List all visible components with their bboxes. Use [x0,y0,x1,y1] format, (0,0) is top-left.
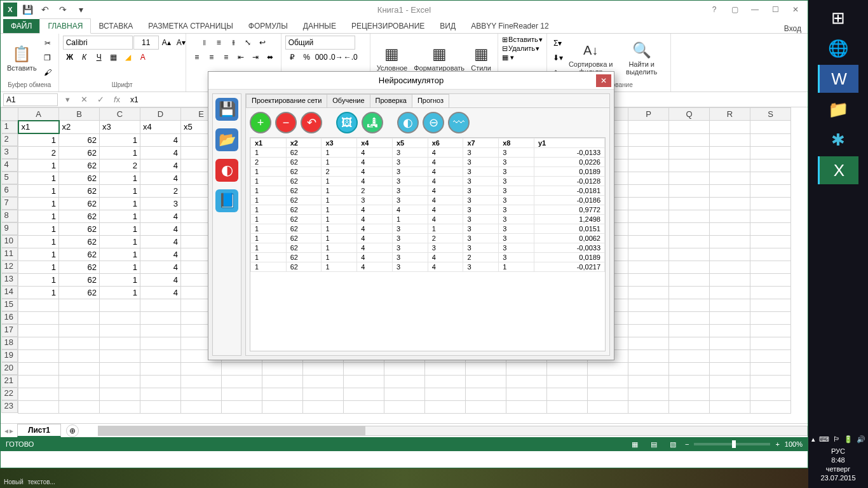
cell[interactable] [588,388,628,400]
orientation-icon[interactable]: ⤡ [241,36,255,50]
forecast-cell[interactable]: 1 [251,196,287,205]
cell[interactable] [710,235,750,248]
cell[interactable] [750,222,791,235]
cell[interactable] [669,286,710,299]
cell[interactable] [181,400,222,413]
qat-redo-icon[interactable]: ↷ [55,2,71,17]
cell[interactable] [59,375,100,388]
forecast-cell[interactable]: 1 [251,148,287,158]
row-header[interactable]: 17 [1,324,18,337]
cell[interactable] [628,172,669,184]
forecast-cell[interactable]: 3 [463,186,499,196]
forecast-cell[interactable]: 0,0226 [534,158,604,167]
forecast-cell[interactable]: 1 [251,224,287,234]
tab-review[interactable]: РЕЦЕНЗИРОВАНИЕ [344,19,432,33]
cell[interactable] [669,337,710,349]
forecast-cell[interactable]: 3 [499,205,534,215]
cell[interactable] [384,388,425,400]
inc-decimal-icon[interactable]: .0→ [329,50,343,64]
row-header[interactable]: 10 [1,235,18,248]
cell[interactable] [628,362,669,375]
maximize-icon[interactable]: ☐ [766,3,785,16]
forecast-cell[interactable]: 62 [286,243,322,253]
cell[interactable] [669,235,710,248]
cell[interactable]: 1 [100,146,140,159]
cell[interactable]: x2 [59,121,100,134]
cell[interactable] [750,197,791,210]
page-break-view-icon[interactable]: ▧ [666,438,680,450]
forecast-cell[interactable]: 62 [286,262,322,272]
remove-row-icon[interactable]: − [275,112,297,133]
forecast-column-header[interactable]: x4 [357,139,393,148]
forecast-cell[interactable]: 3 [499,196,534,205]
column-header[interactable]: R [710,108,750,121]
save-project-icon[interactable]: 💾 [215,98,238,121]
cell[interactable]: 1 [18,235,59,248]
forecast-cell[interactable]: 62 [286,177,322,186]
start-button[interactable]: ⊞ [818,4,858,32]
cell[interactable] [710,375,750,388]
row-header[interactable]: 1 [1,121,18,133]
tab-forecast[interactable]: Прогноз [412,94,449,107]
forecast-cell[interactable]: 1,2498 [534,215,604,224]
tab-data[interactable]: ДАННЫЕ [295,19,344,33]
cell[interactable] [18,375,59,388]
zoom-out-icon[interactable]: − [685,440,689,448]
forecast-cell[interactable]: 62 [286,148,322,158]
tab-insert[interactable]: ВСТАВКА [91,19,140,33]
cell[interactable] [506,375,547,388]
cell[interactable] [669,311,710,324]
cell[interactable] [710,210,750,222]
copy-icon[interactable]: ❐ [41,51,55,65]
cell[interactable]: 4 [140,133,181,146]
cell[interactable] [628,349,669,362]
cell[interactable] [669,362,710,375]
forecast-cell[interactable]: 1 [322,177,357,186]
import-image-icon[interactable]: 🖼 [336,112,358,133]
cell[interactable] [344,375,384,388]
row-header[interactable]: 21 [1,375,18,388]
cell[interactable] [18,362,59,375]
cell[interactable] [750,349,791,362]
cell[interactable] [59,299,100,311]
qat-save-icon[interactable]: 💾 [20,2,35,17]
forecast-cell[interactable]: 1 [322,148,357,158]
forecast-cell[interactable]: 4 [428,205,463,215]
cell[interactable] [303,362,344,375]
cell[interactable] [669,222,710,235]
forecast-cell[interactable]: 3 [357,196,393,205]
forecast-cell[interactable]: 4 [428,253,463,262]
cell[interactable] [669,210,710,222]
align-top-icon[interactable]: ⫴ [197,36,211,50]
border-icon[interactable]: ▦ [107,50,121,64]
underline-button[interactable]: Ч [92,50,106,64]
align-middle-icon[interactable]: ≡ [212,36,226,50]
tab-page-layout[interactable]: РАЗМЕТКА СТРАНИЦЫ [140,19,241,33]
cell[interactable] [669,172,710,184]
column-header[interactable]: P [628,108,669,121]
cell[interactable] [628,235,669,248]
forecast-cell[interactable]: 62 [286,205,322,215]
cell[interactable] [100,362,140,375]
forecast-cell[interactable]: 4 [428,148,463,158]
cell[interactable] [750,324,791,337]
forecast-cell[interactable]: 2 [322,167,357,177]
cell[interactable] [59,362,100,375]
cell[interactable]: 4 [140,146,181,159]
forecast-cell[interactable]: 1 [322,243,357,253]
cell[interactable] [710,349,750,362]
cell[interactable] [750,172,791,184]
cell[interactable]: x4 [140,121,181,134]
forecast-cell[interactable]: 4 [428,177,463,186]
forecast-cell[interactable]: 4 [428,167,463,177]
cell[interactable] [750,159,791,172]
cell[interactable]: 1 [100,222,140,235]
cell[interactable] [547,362,588,375]
paste-button[interactable]: 📋 Вставить [4,43,39,73]
cell[interactable] [750,210,791,222]
forecast-cell[interactable]: 3 [463,262,499,272]
close-icon[interactable]: ✕ [786,3,805,16]
cell[interactable] [100,375,140,388]
cell[interactable] [750,184,791,197]
cell[interactable] [710,222,750,235]
